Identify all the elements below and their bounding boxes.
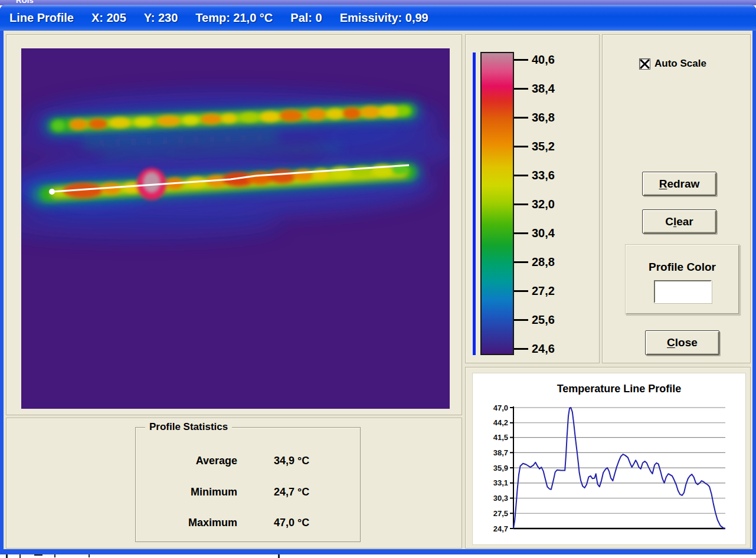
y-tick-label: 41,5 <box>493 433 508 442</box>
y-tick-label: 33,1 <box>493 478 508 487</box>
profile-color-group: Profile Color <box>625 244 739 314</box>
scale-tick <box>514 261 528 263</box>
thermal-image[interactable] <box>21 48 450 409</box>
stat-row-average: Average 34,9 °C <box>136 455 360 467</box>
scale-tick <box>514 348 528 350</box>
glyph-fragment <box>6 554 8 558</box>
y-tick-label: 35,9 <box>493 464 508 472</box>
chart-title: Temperature Line Profile <box>557 383 682 395</box>
glyph-fragment <box>54 554 55 557</box>
background-window-bottom-sliver <box>0 554 756 558</box>
scale-label: 28,8 <box>532 255 555 269</box>
y-tick-label: 38,7 <box>493 448 508 457</box>
scale-tick <box>514 175 528 176</box>
stat-value: 34,9 °C <box>274 455 309 467</box>
temperature-line-profile-chart: Temperature Line Profile24,727,530,333,1… <box>473 373 745 544</box>
auto-scale-checkbox[interactable] <box>639 58 650 70</box>
scale-label: 35,2 <box>532 139 555 153</box>
color-scale-panel: 40,638,436,835,233,632,030,428,827,225,6… <box>465 34 600 363</box>
y-tick-label: 27,5 <box>493 509 508 518</box>
scale-tick <box>514 290 528 292</box>
groupbox-title: Profile Statistics <box>145 421 232 433</box>
y-tick-label: 24,7 <box>493 524 508 533</box>
y-tick-label: 47,0 <box>493 403 508 412</box>
scale-label: 36,8 <box>532 110 555 124</box>
glyph-fragment <box>19 554 21 558</box>
scale-tick <box>514 232 528 234</box>
scale-tick <box>514 319 528 321</box>
scale-label: 40,6 <box>532 52 555 67</box>
profile-statistics-groupbox: Profile Statistics Average 34,9 °C Minim… <box>135 427 361 542</box>
scale-tick <box>514 146 528 147</box>
scale-indicator-line <box>473 52 476 355</box>
y-tick-label: 30,3 <box>493 494 508 503</box>
chart-area: Temperature Line Profile24,727,530,333,1… <box>472 373 746 545</box>
titlebar[interactable]: Line Profile X: 205 Y: 230 Temp: 21,0 °C… <box>0 5 756 31</box>
profile-color-swatch[interactable] <box>654 280 712 303</box>
stat-value: 24,7 °C <box>274 486 309 498</box>
scale-tick <box>514 59 528 61</box>
scale-tick <box>514 88 528 90</box>
cursor-y-readout: Y: 230 <box>144 11 178 25</box>
profile-line-start-marker[interactable] <box>49 189 55 195</box>
clear-button[interactable]: Clear <box>642 209 716 234</box>
chart-panel: Temperature Line Profile24,727,530,333,1… <box>465 367 751 549</box>
stat-label: Average <box>136 455 237 467</box>
controls-panel: Auto Scale Redraw Clear Profile Color Cl… <box>602 34 751 363</box>
cursor-x-readout: X: 205 <box>91 11 126 25</box>
statistics-panel: Profile Statistics Average 34,9 °C Minim… <box>6 418 462 549</box>
window-body: Profile Statistics Average 34,9 °C Minim… <box>4 31 752 549</box>
stat-label: Maximum <box>136 517 237 529</box>
emissivity-readout: Emissivity: 0,99 <box>340 11 428 25</box>
glyph-fragment <box>89 554 90 557</box>
scale-label: 33,6 <box>532 168 555 182</box>
profile-color-label: Profile Color <box>626 261 739 274</box>
cursor-temp-readout: Temp: 21,0 °C <box>195 11 273 25</box>
scale-label: 24,6 <box>532 342 555 356</box>
auto-scale-label[interactable]: Auto Scale <box>654 58 706 70</box>
window-title: Line Profile <box>9 11 74 25</box>
scale-label: 30,4 <box>532 226 555 240</box>
stat-row-minimum: Minimum 24,7 °C <box>136 486 360 498</box>
stat-value: 47,0 °C <box>274 517 309 529</box>
palette-readout: Pal: 0 <box>290 11 322 25</box>
scale-label: 27,2 <box>532 284 555 298</box>
temperature-colorbar <box>480 52 514 355</box>
scale-tick <box>514 203 528 205</box>
redraw-button[interactable]: Redraw <box>642 172 716 196</box>
stat-label: Minimum <box>136 486 237 498</box>
close-button[interactable]: Close <box>645 330 719 355</box>
scale-label: 32,0 <box>532 197 555 211</box>
scale-label: 38,4 <box>532 81 555 96</box>
stat-row-maximum: Maximum 47,0 °C <box>136 517 360 529</box>
line-profile-window: Line Profile X: 205 Y: 230 Temp: 21,0 °C… <box>0 5 756 554</box>
y-tick-label: 44,2 <box>493 418 508 427</box>
scale-label: 25,6 <box>532 313 555 327</box>
glyph-fragment <box>278 554 280 558</box>
thermal-image-panel <box>6 34 462 415</box>
background-window-title: RUIs <box>16 0 34 5</box>
scale-tick <box>514 117 528 119</box>
glyph-fragment <box>34 554 42 556</box>
screen: RUIs Line Profile X: 205 Y: 230 Temp: 21… <box>0 0 756 558</box>
